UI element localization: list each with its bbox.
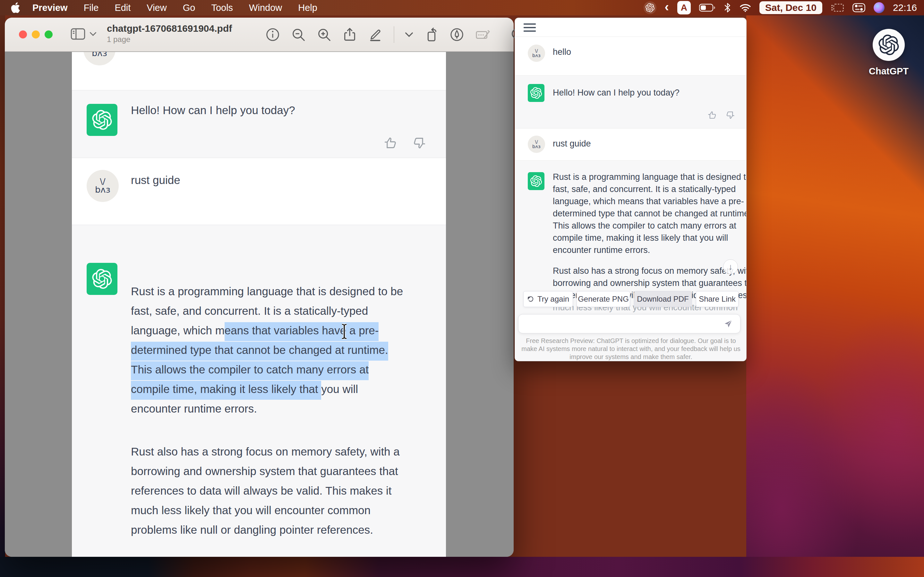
chatgpt-status-icon[interactable] bbox=[644, 1, 656, 14]
menu-app-name[interactable]: Preview bbox=[24, 3, 76, 13]
menu-bar: Preview File Edit View Go Tools Window H… bbox=[0, 0, 924, 15]
chatgpt-footer-disclaimer: Free Research Preview: ChatGPT is optimi… bbox=[519, 337, 743, 361]
refresh-icon bbox=[527, 295, 534, 303]
apple-menu-icon[interactable] bbox=[10, 2, 24, 13]
share-icon[interactable] bbox=[342, 27, 357, 42]
pdf-paragraph-2: Rust also has a strong focus on memory s… bbox=[131, 442, 400, 540]
preview-window: chatgpt-1670681691904.pdf 1 page bbox=[5, 18, 514, 557]
thumbs-up-icon[interactable] bbox=[707, 110, 717, 120]
back-chevron-icon[interactable]: ‹ bbox=[665, 0, 669, 13]
chatgpt-avatar bbox=[528, 84, 544, 102]
chatgpt-avatar bbox=[87, 104, 118, 136]
menu-go[interactable]: Go bbox=[175, 3, 204, 13]
thumbs-down-icon[interactable] bbox=[413, 136, 427, 150]
pdf-page[interactable]: Hello! How can I help you today? rust gu… bbox=[72, 52, 446, 557]
chat-user-row-2: rust guide bbox=[515, 129, 746, 161]
pdf-assistant-greeting-row: Hello! How can I help you today? bbox=[72, 90, 446, 158]
preview-titlebar[interactable]: chatgpt-1670681691904.pdf 1 page bbox=[5, 18, 514, 52]
desktop-icon-label: ChatGPT bbox=[866, 66, 911, 77]
wallpaper-bottom bbox=[0, 557, 924, 577]
zoom-in-icon[interactable] bbox=[317, 27, 331, 42]
pdf-paragraph-3: One of the key features of Rust is its s… bbox=[131, 555, 399, 557]
user-avatar bbox=[528, 135, 545, 153]
bluetooth-icon[interactable] bbox=[724, 3, 731, 13]
minimize-button[interactable] bbox=[32, 31, 40, 39]
pdf-user-prompt-row: rust guide bbox=[72, 158, 446, 225]
menu-file[interactable]: File bbox=[76, 3, 107, 13]
wallpaper-right bbox=[746, 0, 924, 577]
send-icon[interactable] bbox=[724, 319, 733, 330]
form-fill-icon[interactable] bbox=[475, 27, 491, 42]
menu-window[interactable]: Window bbox=[241, 3, 290, 13]
download-pdf-button[interactable]: Download PDF bbox=[634, 291, 692, 307]
chat-user-msg-1: hello bbox=[553, 47, 571, 57]
chevron-down-icon bbox=[90, 32, 96, 36]
pdf-paragraph-1: Rust is a programming language that is d… bbox=[131, 282, 403, 418]
chatgpt-avatar bbox=[87, 263, 118, 295]
chatgpt-logo-icon bbox=[873, 29, 905, 61]
wallpaper-left bbox=[0, 0, 5, 577]
chatgpt-window: hello Hello! How can I help you today? r… bbox=[515, 18, 746, 361]
menu-date[interactable]: Sat, Dec 10 bbox=[759, 1, 822, 14]
zoom-out-icon[interactable] bbox=[291, 27, 306, 42]
menu-hamburger-icon[interactable] bbox=[523, 23, 536, 34]
battery-icon[interactable] bbox=[699, 3, 716, 12]
preview-content-area[interactable]: Hello! How can I help you today? rust gu… bbox=[5, 52, 514, 557]
chat-assistant-row-1: Hello! How can I help you today? bbox=[515, 76, 746, 129]
user-avatar-partial bbox=[83, 52, 115, 65]
pdf-user-prompt: rust guide bbox=[131, 174, 180, 187]
menu-clock[interactable]: 22:16 bbox=[893, 2, 917, 13]
try-again-button[interactable]: Try again bbox=[523, 291, 573, 307]
page-count: 1 page bbox=[107, 35, 232, 44]
markup-chevron-icon[interactable] bbox=[405, 32, 413, 37]
document-title: chatgpt-1670681691904.pdf bbox=[107, 23, 232, 34]
zoom-button[interactable] bbox=[45, 31, 53, 39]
sidebar-toggle-button[interactable] bbox=[71, 28, 96, 40]
user-avatar bbox=[87, 170, 119, 202]
menu-help[interactable]: Help bbox=[290, 3, 325, 13]
menu-tools[interactable]: Tools bbox=[203, 3, 241, 13]
rotate-icon[interactable] bbox=[424, 27, 439, 42]
toolbar-divider bbox=[394, 26, 394, 43]
chatgpt-avatar bbox=[528, 172, 544, 190]
menu-view[interactable]: View bbox=[139, 3, 174, 13]
siri-icon[interactable] bbox=[874, 2, 885, 13]
pdf-assistant-greeting: Hello! How can I help you today? bbox=[131, 104, 295, 117]
markup-pen-icon[interactable] bbox=[449, 27, 464, 42]
share-link-button[interactable]: Share Link bbox=[696, 291, 738, 307]
wifi-icon[interactable] bbox=[740, 3, 751, 12]
chat-input[interactable] bbox=[518, 314, 740, 334]
thumbs-down-icon[interactable] bbox=[726, 110, 735, 120]
close-button[interactable] bbox=[19, 31, 27, 39]
chat-response-para-1: Rust is a programming language that is d… bbox=[553, 171, 746, 256]
chat-user-msg-2: rust guide bbox=[553, 139, 591, 149]
text-cursor bbox=[339, 323, 349, 340]
pdf-assistant-answer-row: Rust is a programming language that is d… bbox=[72, 225, 446, 557]
chat-assistant-msg-1: Hello! How can I help you today? bbox=[553, 88, 680, 98]
menu-edit[interactable]: Edit bbox=[107, 3, 139, 13]
user-avatar bbox=[528, 45, 545, 62]
keyboard-layout-icon[interactable]: A bbox=[677, 1, 691, 15]
thumbs-up-icon[interactable] bbox=[383, 136, 397, 150]
chatgpt-desktop-icon[interactable]: ChatGPT bbox=[866, 29, 911, 77]
chat-user-row-1: hello bbox=[515, 37, 746, 76]
scroll-to-bottom-button[interactable]: ↓ bbox=[723, 259, 738, 274]
chatgpt-topbar bbox=[515, 18, 746, 37]
screen-mirroring-icon[interactable] bbox=[830, 3, 844, 13]
info-icon[interactable] bbox=[265, 27, 280, 42]
generate-png-button[interactable]: Generate PNG bbox=[577, 291, 630, 307]
highlighter-icon[interactable] bbox=[368, 27, 383, 42]
control-center-icon[interactable] bbox=[853, 3, 865, 12]
